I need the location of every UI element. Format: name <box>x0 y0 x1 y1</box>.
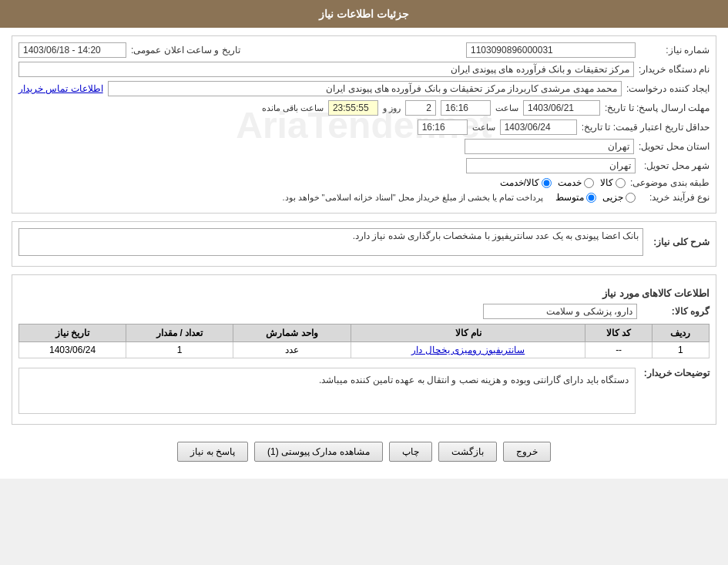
row-creator: ایجاد کننده درخواست: محمد مهدی مرشدی کار… <box>18 81 710 96</box>
province-label: استان محل تحویل: <box>639 141 710 152</box>
category-kala-khadamat-option[interactable]: کالا/خدمت <box>500 177 552 188</box>
purchase-radio-group: جزیی متوسط <box>555 192 636 203</box>
need-number-field: 1103090896000031 <box>466 42 636 58</box>
table-header: ردیف کد کالا نام کالا واحد شمارش تعداد /… <box>19 325 710 342</box>
credit-date-field: 1403/06/24 <box>500 119 577 135</box>
announce-date-field: 1403/06/18 - 14:20 <box>18 42 126 58</box>
category-kala-label: کالا <box>600 177 613 188</box>
row-category: طبقه بندی موضوعی: کالا خدمت کالا/خدمت <box>18 177 710 188</box>
form-inner: شماره نیاز: 1103090896000031 تاریخ و ساع… <box>18 42 710 203</box>
view-docs-button[interactable]: مشاهده مدارک پیوستی (1) <box>254 442 383 462</box>
city-label: شهر محل تحویل: <box>640 160 710 171</box>
credit-date-label: حداقل تاریخ اعتبار قیمت: تا تاریخ: <box>582 122 710 133</box>
deadline-label: مهلت ارسال پاسخ: تا تاریخ: <box>605 103 710 113</box>
row-buyer: نام دستگاه خریدار: مرکز تحقیقات و بانک ف… <box>18 62 710 77</box>
city-field: تهران <box>466 158 636 173</box>
page-title: جزئیات اطلاعات نیاز <box>319 8 409 20</box>
goods-group-field: دارو، پزشکی و سلامت <box>483 304 637 319</box>
deadline-date-field: 1403/06/21 <box>523 100 600 116</box>
category-kala-option[interactable]: کالا <box>600 177 626 188</box>
exit-button[interactable]: خروج <box>503 442 551 462</box>
goods-group-label: گروه کالا: <box>640 306 710 317</box>
announce-date-label: تاریخ و ساعت اعلان عمومی: <box>131 45 240 55</box>
table-row: 1--سانتریفیوز رومیزی یخچال دارعدد11403/0… <box>19 342 710 358</box>
buyer-name-field: مرکز تحقیقات و بانک فرآورده های پیوندی ا… <box>18 62 634 77</box>
goods-info-title: اطلاعات کالاهای مورد نیاز <box>18 288 710 299</box>
purchase-note: پرداخت تمام یا بخشی از مبلغ خریداز محل "… <box>282 193 543 203</box>
remaining-label: ساعت باقی مانده <box>262 103 324 113</box>
main-content: AriaTender.net شماره نیاز: 1103090896000… <box>0 28 728 479</box>
col-name: نام کالا <box>351 325 585 342</box>
row-city: شهر محل تحویل: تهران <box>18 158 710 173</box>
col-qty: تعداد / مقدار <box>126 325 233 342</box>
creator-label: ایجاد کننده درخواست: <box>626 83 710 94</box>
need-desc-section: شرح کلی نیاز: بانک اعضا پیوندی به یک عدد… <box>12 221 716 267</box>
row-purchase-type: نوع فرآیند خرید: جزیی متوسط پرداخت تمام … <box>18 192 710 203</box>
need-desc-row: شرح کلی نیاز: بانک اعضا پیوندی به یک عدد… <box>18 228 710 256</box>
credit-time-field: 16:16 <box>418 119 468 135</box>
deadline-time-label: ساعت <box>495 103 518 113</box>
province-field: تهران <box>465 139 634 154</box>
button-row: پاسخ به نیاز مشاهده مدارک پیوستی (1) چاپ… <box>12 432 716 471</box>
row-need-number: شماره نیاز: 1103090896000031 تاریخ و ساع… <box>18 42 710 58</box>
row-province: استان محل تحویل: تهران <box>18 139 710 154</box>
category-khadamat-option[interactable]: خدمت <box>558 177 594 188</box>
page-header: جزئیات اطلاعات نیاز <box>0 0 728 28</box>
need-desc-field: بانک اعضا پیوندی به یک عدد سانتریفیوز با… <box>18 228 643 256</box>
category-label: طبقه بندی موضوعی: <box>630 177 710 188</box>
purchase-motavasset-label: متوسط <box>555 192 584 203</box>
purchase-jozyi-radio[interactable] <box>626 193 636 203</box>
credit-time-label: ساعت <box>472 123 495 133</box>
back-button[interactable]: بازگشت <box>438 442 497 462</box>
goods-section: اطلاعات کالاهای مورد نیاز گروه کالا: دار… <box>12 274 716 425</box>
creator-field: محمد مهدی مرشدی کاربرداز مرکز تحقیقات و … <box>108 81 622 96</box>
category-khadamat-radio[interactable] <box>584 178 594 188</box>
purchase-jozyi-label: جزیی <box>602 192 623 203</box>
category-kala-radio[interactable] <box>616 178 626 188</box>
buyer-name-label: نام دستگاه خریدار: <box>639 64 710 75</box>
category-khadamat-label: خدمت <box>558 177 582 188</box>
details-form: AriaTender.net شماره نیاز: 1103090896000… <box>12 35 716 214</box>
row-deadline: مهلت ارسال پاسخ: تا تاریخ: 1403/06/21 سا… <box>18 100 710 116</box>
col-unit: واحد شمارش <box>233 325 351 342</box>
print-button[interactable]: چاپ <box>389 442 432 462</box>
goods-table: ردیف کد کالا نام کالا واحد شمارش تعداد /… <box>18 324 710 358</box>
category-radio-group: کالا خدمت کالا/خدمت <box>500 177 626 188</box>
need-desc-label: شرح کلی نیاز: <box>648 237 710 247</box>
deadline-days-label: روز و <box>383 103 401 113</box>
goods-group-row: گروه کالا: دارو، پزشکی و سلامت <box>18 304 710 319</box>
buyer-desc-field: دستگاه باید دارای گارانتی وبوده و هزینه … <box>18 368 636 414</box>
category-kala-khadamat-label: کالا/خدمت <box>500 177 539 188</box>
row-credit-date: حداقل تاریخ اعتبار قیمت: تا تاریخ: 1403/… <box>18 119 710 135</box>
purchase-type-label: نوع فرآیند خرید: <box>640 192 710 203</box>
deadline-remaining-field: 23:55:55 <box>328 100 378 116</box>
reply-button[interactable]: پاسخ به نیاز <box>177 442 248 462</box>
purchase-jozyi-option[interactable]: جزیی <box>602 192 636 203</box>
table-body: 1--سانتریفیوز رومیزی یخچال دارعدد11403/0… <box>19 342 710 358</box>
col-date: تاریخ نیاز <box>19 325 126 342</box>
deadline-time-field: 16:16 <box>441 100 491 116</box>
col-row: ردیف <box>652 325 709 342</box>
need-number-label: شماره نیاز: <box>640 45 710 55</box>
buyer-desc-label: توضیحات خریدار: <box>640 365 710 378</box>
purchase-motavasset-option[interactable]: متوسط <box>555 192 596 203</box>
col-code: کد کالا <box>585 325 652 342</box>
contact-link[interactable]: اطلاعات تماس خریدار <box>18 83 103 94</box>
buyer-desc-row: توضیحات خریدار: دستگاه باید دارای گارانت… <box>18 365 710 414</box>
purchase-motavasset-radio[interactable] <box>586 193 596 203</box>
deadline-days-field: 2 <box>405 100 436 116</box>
page-wrapper: جزئیات اطلاعات نیاز AriaTender.net شماره… <box>0 0 728 479</box>
category-kala-khadamat-radio[interactable] <box>542 178 552 188</box>
